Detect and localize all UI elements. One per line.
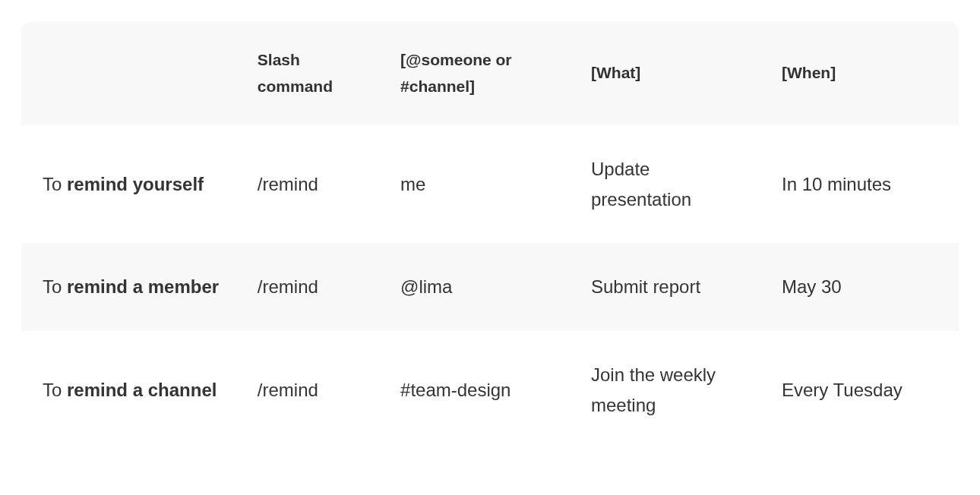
cell-what: Update presentation: [577, 125, 768, 243]
table-header-row: Slash command [@someone or #channel] [Wh…: [21, 21, 959, 125]
cell-what: Join the weekly meeting: [577, 331, 768, 449]
row-label: To remind a member: [21, 243, 244, 331]
cell-when: May 30: [768, 243, 959, 331]
row-label-prefix: To: [43, 276, 67, 297]
table: Slash command [@someone or #channel] [Wh…: [21, 21, 959, 449]
cell-when: In 10 minutes: [768, 125, 959, 243]
cell-when: Every Tuesday: [768, 331, 959, 449]
table-header-when: [When]: [768, 21, 959, 125]
cell-slash-command: /remind: [244, 125, 387, 243]
cell-target: me: [387, 125, 577, 243]
row-label-prefix: To: [43, 380, 67, 400]
cell-what: Submit report: [577, 243, 768, 331]
table-row: To remind a channel /remind #team-design…: [21, 331, 959, 449]
cell-slash-command: /remind: [244, 243, 387, 331]
table-row: To remind a member /remind @lima Submit …: [21, 243, 959, 331]
cell-slash-command: /remind: [244, 331, 387, 449]
row-label-bold: remind a channel: [67, 380, 217, 400]
table-header-target: [@someone or #channel]: [387, 21, 577, 125]
table-row: To remind yourself /remind me Update pre…: [21, 125, 959, 243]
table-header-what: [What]: [577, 21, 768, 125]
table-header-slash-command: Slash command: [244, 21, 387, 125]
row-label-prefix: To: [43, 174, 67, 194]
table-header-empty: [21, 21, 244, 125]
row-label: To remind a channel: [21, 331, 244, 449]
cell-target: #team-design: [387, 331, 577, 449]
row-label: To remind yourself: [21, 125, 244, 243]
row-label-bold: remind yourself: [67, 174, 204, 194]
remind-command-table: Slash command [@someone or #channel] [Wh…: [21, 21, 959, 449]
row-label-bold: remind a member: [67, 276, 219, 297]
cell-target: @lima: [387, 243, 577, 331]
